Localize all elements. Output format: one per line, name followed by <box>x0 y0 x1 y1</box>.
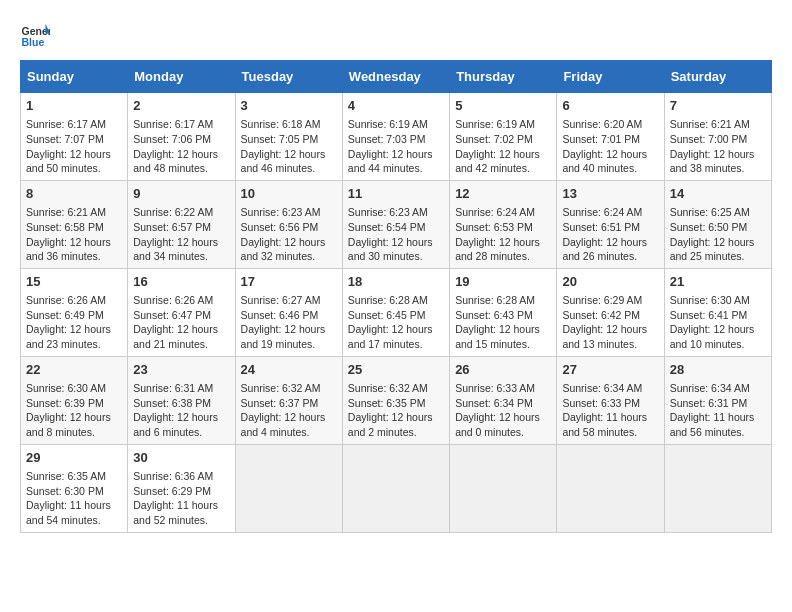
day-number: 2 <box>133 97 229 115</box>
calendar-day-cell: 29Sunrise: 6:35 AM Sunset: 6:30 PM Dayli… <box>21 444 128 532</box>
day-number: 11 <box>348 185 444 203</box>
calendar-week-row: 29Sunrise: 6:35 AM Sunset: 6:30 PM Dayli… <box>21 444 772 532</box>
day-info: Sunrise: 6:34 AM Sunset: 6:33 PM Dayligh… <box>562 381 658 440</box>
calendar-day-cell <box>235 444 342 532</box>
day-info: Sunrise: 6:23 AM Sunset: 6:56 PM Dayligh… <box>241 205 337 264</box>
day-number: 6 <box>562 97 658 115</box>
day-number: 1 <box>26 97 122 115</box>
svg-text:Blue: Blue <box>22 36 45 48</box>
day-info: Sunrise: 6:35 AM Sunset: 6:30 PM Dayligh… <box>26 469 122 528</box>
day-number: 26 <box>455 361 551 379</box>
calendar-day-cell: 14Sunrise: 6:25 AM Sunset: 6:50 PM Dayli… <box>664 180 771 268</box>
calendar-day-cell: 12Sunrise: 6:24 AM Sunset: 6:53 PM Dayli… <box>450 180 557 268</box>
day-number: 28 <box>670 361 766 379</box>
day-number: 3 <box>241 97 337 115</box>
day-info: Sunrise: 6:21 AM Sunset: 6:58 PM Dayligh… <box>26 205 122 264</box>
day-info: Sunrise: 6:30 AM Sunset: 6:39 PM Dayligh… <box>26 381 122 440</box>
day-info: Sunrise: 6:24 AM Sunset: 6:51 PM Dayligh… <box>562 205 658 264</box>
day-number: 13 <box>562 185 658 203</box>
calendar-day-cell: 1Sunrise: 6:17 AM Sunset: 7:07 PM Daylig… <box>21 93 128 181</box>
day-number: 7 <box>670 97 766 115</box>
calendar-day-cell: 20Sunrise: 6:29 AM Sunset: 6:42 PM Dayli… <box>557 268 664 356</box>
day-info: Sunrise: 6:36 AM Sunset: 6:29 PM Dayligh… <box>133 469 229 528</box>
calendar-day-cell: 11Sunrise: 6:23 AM Sunset: 6:54 PM Dayli… <box>342 180 449 268</box>
calendar-week-row: 22Sunrise: 6:30 AM Sunset: 6:39 PM Dayli… <box>21 356 772 444</box>
calendar-header-row: SundayMondayTuesdayWednesdayThursdayFrid… <box>21 61 772 93</box>
day-info: Sunrise: 6:23 AM Sunset: 6:54 PM Dayligh… <box>348 205 444 264</box>
day-number: 4 <box>348 97 444 115</box>
day-info: Sunrise: 6:17 AM Sunset: 7:07 PM Dayligh… <box>26 117 122 176</box>
day-info: Sunrise: 6:34 AM Sunset: 6:31 PM Dayligh… <box>670 381 766 440</box>
calendar-day-cell: 19Sunrise: 6:28 AM Sunset: 6:43 PM Dayli… <box>450 268 557 356</box>
calendar-day-cell: 10Sunrise: 6:23 AM Sunset: 6:56 PM Dayli… <box>235 180 342 268</box>
calendar-day-cell: 24Sunrise: 6:32 AM Sunset: 6:37 PM Dayli… <box>235 356 342 444</box>
calendar-day-cell: 17Sunrise: 6:27 AM Sunset: 6:46 PM Dayli… <box>235 268 342 356</box>
logo-icon: General Blue <box>20 20 50 50</box>
calendar-day-cell: 28Sunrise: 6:34 AM Sunset: 6:31 PM Dayli… <box>664 356 771 444</box>
day-number: 17 <box>241 273 337 291</box>
day-info: Sunrise: 6:26 AM Sunset: 6:49 PM Dayligh… <box>26 293 122 352</box>
day-number: 22 <box>26 361 122 379</box>
day-number: 21 <box>670 273 766 291</box>
day-of-week-header: Sunday <box>21 61 128 93</box>
day-info: Sunrise: 6:24 AM Sunset: 6:53 PM Dayligh… <box>455 205 551 264</box>
calendar-day-cell <box>342 444 449 532</box>
day-of-week-header: Saturday <box>664 61 771 93</box>
day-info: Sunrise: 6:29 AM Sunset: 6:42 PM Dayligh… <box>562 293 658 352</box>
day-info: Sunrise: 6:32 AM Sunset: 6:37 PM Dayligh… <box>241 381 337 440</box>
calendar-week-row: 15Sunrise: 6:26 AM Sunset: 6:49 PM Dayli… <box>21 268 772 356</box>
day-number: 18 <box>348 273 444 291</box>
day-info: Sunrise: 6:30 AM Sunset: 6:41 PM Dayligh… <box>670 293 766 352</box>
day-number: 27 <box>562 361 658 379</box>
day-info: Sunrise: 6:25 AM Sunset: 6:50 PM Dayligh… <box>670 205 766 264</box>
day-info: Sunrise: 6:20 AM Sunset: 7:01 PM Dayligh… <box>562 117 658 176</box>
day-info: Sunrise: 6:33 AM Sunset: 6:34 PM Dayligh… <box>455 381 551 440</box>
day-number: 16 <box>133 273 229 291</box>
day-info: Sunrise: 6:27 AM Sunset: 6:46 PM Dayligh… <box>241 293 337 352</box>
calendar-day-cell: 18Sunrise: 6:28 AM Sunset: 6:45 PM Dayli… <box>342 268 449 356</box>
calendar-day-cell: 13Sunrise: 6:24 AM Sunset: 6:51 PM Dayli… <box>557 180 664 268</box>
day-info: Sunrise: 6:28 AM Sunset: 6:43 PM Dayligh… <box>455 293 551 352</box>
day-info: Sunrise: 6:32 AM Sunset: 6:35 PM Dayligh… <box>348 381 444 440</box>
calendar-day-cell <box>450 444 557 532</box>
calendar-week-row: 1Sunrise: 6:17 AM Sunset: 7:07 PM Daylig… <box>21 93 772 181</box>
logo: General Blue <box>20 20 54 50</box>
day-number: 14 <box>670 185 766 203</box>
calendar-day-cell: 22Sunrise: 6:30 AM Sunset: 6:39 PM Dayli… <box>21 356 128 444</box>
page-header: General Blue <box>20 20 772 50</box>
calendar-day-cell: 6Sunrise: 6:20 AM Sunset: 7:01 PM Daylig… <box>557 93 664 181</box>
calendar-day-cell <box>664 444 771 532</box>
day-info: Sunrise: 6:22 AM Sunset: 6:57 PM Dayligh… <box>133 205 229 264</box>
day-of-week-header: Friday <box>557 61 664 93</box>
day-number: 12 <box>455 185 551 203</box>
day-number: 5 <box>455 97 551 115</box>
calendar-day-cell: 4Sunrise: 6:19 AM Sunset: 7:03 PM Daylig… <box>342 93 449 181</box>
day-info: Sunrise: 6:26 AM Sunset: 6:47 PM Dayligh… <box>133 293 229 352</box>
day-info: Sunrise: 6:21 AM Sunset: 7:00 PM Dayligh… <box>670 117 766 176</box>
calendar-day-cell: 27Sunrise: 6:34 AM Sunset: 6:33 PM Dayli… <box>557 356 664 444</box>
day-number: 25 <box>348 361 444 379</box>
day-info: Sunrise: 6:28 AM Sunset: 6:45 PM Dayligh… <box>348 293 444 352</box>
day-number: 20 <box>562 273 658 291</box>
day-info: Sunrise: 6:19 AM Sunset: 7:03 PM Dayligh… <box>348 117 444 176</box>
day-of-week-header: Tuesday <box>235 61 342 93</box>
day-number: 15 <box>26 273 122 291</box>
calendar-day-cell: 2Sunrise: 6:17 AM Sunset: 7:06 PM Daylig… <box>128 93 235 181</box>
calendar-day-cell: 5Sunrise: 6:19 AM Sunset: 7:02 PM Daylig… <box>450 93 557 181</box>
day-number: 10 <box>241 185 337 203</box>
day-number: 9 <box>133 185 229 203</box>
day-info: Sunrise: 6:31 AM Sunset: 6:38 PM Dayligh… <box>133 381 229 440</box>
calendar-day-cell: 8Sunrise: 6:21 AM Sunset: 6:58 PM Daylig… <box>21 180 128 268</box>
day-number: 19 <box>455 273 551 291</box>
calendar-day-cell: 15Sunrise: 6:26 AM Sunset: 6:49 PM Dayli… <box>21 268 128 356</box>
calendar-day-cell: 26Sunrise: 6:33 AM Sunset: 6:34 PM Dayli… <box>450 356 557 444</box>
calendar-day-cell: 9Sunrise: 6:22 AM Sunset: 6:57 PM Daylig… <box>128 180 235 268</box>
calendar-day-cell: 21Sunrise: 6:30 AM Sunset: 6:41 PM Dayli… <box>664 268 771 356</box>
day-number: 24 <box>241 361 337 379</box>
day-of-week-header: Monday <box>128 61 235 93</box>
day-number: 23 <box>133 361 229 379</box>
day-info: Sunrise: 6:18 AM Sunset: 7:05 PM Dayligh… <box>241 117 337 176</box>
calendar-week-row: 8Sunrise: 6:21 AM Sunset: 6:58 PM Daylig… <box>21 180 772 268</box>
calendar-day-cell: 3Sunrise: 6:18 AM Sunset: 7:05 PM Daylig… <box>235 93 342 181</box>
calendar-day-cell: 7Sunrise: 6:21 AM Sunset: 7:00 PM Daylig… <box>664 93 771 181</box>
